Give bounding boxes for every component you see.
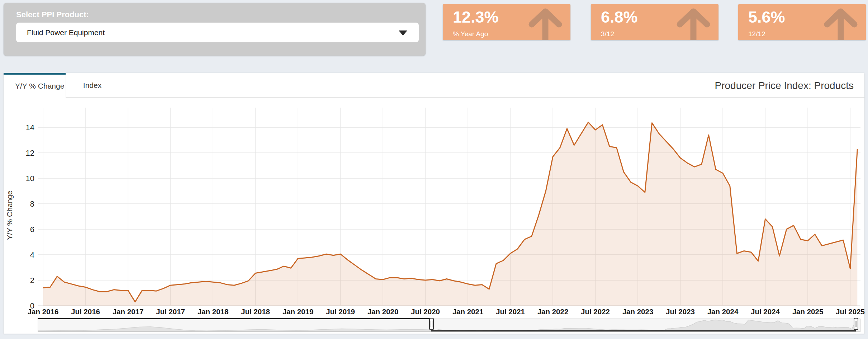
svg-text:6: 6 [30, 225, 34, 234]
kpi-label: 12/12 [748, 30, 765, 38]
tab-label: Index [83, 81, 101, 90]
product-selector-label: Select PPI Product: [16, 10, 89, 19]
chevron-down-icon [399, 30, 407, 36]
svg-text:Jul 2017: Jul 2017 [156, 307, 185, 316]
product-selector-panel: Select PPI Product: Fluid Power Equipmen… [4, 3, 426, 56]
product-dropdown-value: Fluid Power Equipment [27, 28, 105, 37]
svg-text:Jan 2024: Jan 2024 [707, 307, 739, 316]
svg-text:Jan 2018: Jan 2018 [198, 307, 229, 316]
chart-title: Producer Price Index: Products [715, 80, 854, 91]
svg-text:Jul 2019: Jul 2019 [326, 307, 355, 316]
tab-label: Y/Y % Change [15, 82, 64, 90]
svg-text:Jan 2019: Jan 2019 [283, 307, 314, 316]
svg-text:Jan 2020: Jan 2020 [367, 307, 399, 316]
tab-yy-percent-change[interactable]: Y/Y % Change [4, 73, 66, 98]
svg-text:2: 2 [30, 276, 34, 285]
kpi-card-12-12: 5.6% 12/12 [738, 4, 866, 40]
svg-text:Y/Y % Change: Y/Y % Change [5, 190, 14, 240]
svg-text:Jul 2025: Jul 2025 [836, 307, 865, 316]
kpi-card-year-ago: 12.3% % Year Ago [443, 4, 570, 40]
range-navigator[interactable] [38, 319, 860, 332]
kpi-card-3-12: 6.8% 3/12 [591, 4, 718, 40]
svg-text:10: 10 [26, 174, 34, 183]
svg-text:Jan 2025: Jan 2025 [792, 307, 824, 316]
navigator-unselected-border [38, 318, 431, 319]
svg-text:4: 4 [30, 250, 34, 259]
svg-text:8: 8 [30, 199, 34, 208]
svg-text:Jul 2024: Jul 2024 [751, 307, 780, 316]
svg-text:Jan 2021: Jan 2021 [452, 307, 484, 316]
kpi-value: 12.3% [453, 8, 499, 27]
arrow-up-icon [676, 7, 711, 40]
svg-text:Jul 2023: Jul 2023 [666, 307, 695, 316]
kpi-label: 3/12 [601, 30, 614, 38]
svg-text:Jul 2021: Jul 2021 [496, 307, 525, 316]
tab-index[interactable]: Index [66, 73, 119, 98]
arrow-up-icon [528, 7, 563, 40]
main-chart-plot: 02468101214Jan 2016Jul 2016Jan 2017Jul 2… [0, 98, 868, 319]
kpi-label: % Year Ago [453, 30, 488, 38]
arrow-up-icon [824, 7, 858, 40]
svg-text:Jul 2022: Jul 2022 [581, 307, 610, 316]
svg-text:Jan 2017: Jan 2017 [113, 307, 144, 316]
kpi-value: 6.8% [601, 8, 638, 27]
svg-text:Jan 2022: Jan 2022 [537, 307, 569, 316]
navigator-left-grip[interactable] [429, 318, 434, 330]
svg-text:Jan 2023: Jan 2023 [622, 307, 654, 316]
svg-text:Jul 2016: Jul 2016 [71, 307, 100, 316]
svg-text:12: 12 [26, 149, 34, 157]
kpi-value: 5.6% [748, 8, 785, 27]
svg-text:Jul 2020: Jul 2020 [411, 307, 440, 316]
svg-text:Jan 2016: Jan 2016 [28, 307, 59, 316]
navigator-right-grip[interactable] [854, 318, 858, 330]
svg-text:14: 14 [26, 123, 34, 132]
product-dropdown[interactable]: Fluid Power Equipment [16, 23, 419, 42]
navigator-selected-border [431, 330, 856, 331]
svg-text:Jul 2018: Jul 2018 [241, 307, 270, 316]
